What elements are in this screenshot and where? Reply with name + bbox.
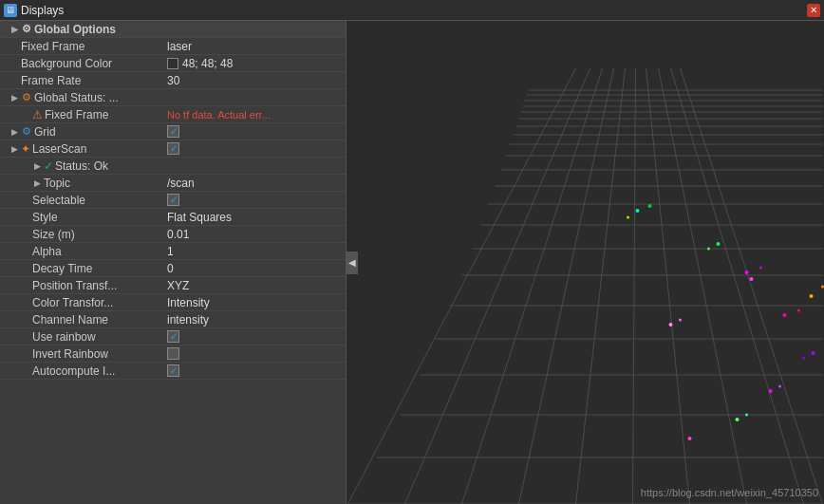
right-panel: ◀	[346, 21, 824, 504]
color-value: Intensity	[163, 296, 346, 309]
color-swatch[interactable]	[167, 58, 178, 69]
svg-point-46	[802, 357, 805, 360]
svg-point-35	[627, 216, 629, 219]
style-label: Style	[0, 211, 163, 224]
status-ok-label: ✓ Status: Ok	[0, 159, 163, 173]
svg-point-39	[783, 313, 787, 317]
position-value: XYZ	[163, 279, 346, 292]
frame-rate-label: Frame Rate	[0, 74, 163, 87]
svg-point-49	[736, 418, 740, 421]
svg-point-38	[750, 277, 754, 281]
svg-point-51	[688, 437, 692, 440]
laserscan-label: ✦ LaserScan	[0, 142, 163, 156]
svg-point-37	[759, 267, 762, 270]
fixed-frame-error-value: No tf data. Actual err...	[163, 109, 306, 121]
grid-row[interactable]: ⚙ Grid	[0, 123, 346, 140]
fixed-frame-row[interactable]: Fixed Frame laser	[0, 38, 346, 55]
collapse-arrow[interactable]: ◀	[346, 252, 358, 274]
svg-point-45	[812, 351, 815, 355]
size-value: 0.01	[163, 228, 346, 241]
invert-rainbow-label: Invert Rainbow	[0, 347, 163, 361]
selectable-value	[163, 194, 346, 206]
autocompute-row[interactable]: Autocompute I...	[0, 363, 346, 380]
svg-point-43	[669, 323, 673, 327]
laserscan-checkbox[interactable]	[167, 142, 179, 155]
global-status-arrow[interactable]	[9, 93, 19, 103]
selectable-row[interactable]: Selectable	[0, 192, 346, 209]
laserscan-row[interactable]: ✦ LaserScan	[0, 140, 346, 158]
watermark: https://blog.csdn.net/weixin_45710350	[641, 487, 818, 498]
autocompute-checkbox[interactable]	[167, 364, 179, 377]
laserscan-arrow[interactable]	[9, 144, 19, 154]
grid-value	[163, 125, 346, 138]
svg-point-36	[745, 271, 749, 274]
displays-icon: 🖥	[4, 4, 17, 17]
grid-arrow[interactable]	[9, 127, 19, 137]
channel-row[interactable]: Channel Name intensity	[0, 311, 346, 328]
color-label: Color Transfor...	[0, 296, 163, 309]
global-options-arrow[interactable]	[9, 25, 19, 34]
fixed-frame-label: Fixed Frame	[0, 40, 163, 53]
invert-rainbow-checkbox[interactable]	[167, 347, 179, 360]
size-label: Size (m)	[0, 228, 163, 241]
selectable-checkbox[interactable]	[167, 194, 179, 206]
grid-checkbox[interactable]	[167, 125, 179, 138]
background-color-label: Background Color	[0, 57, 163, 70]
title-bar-left: 🖥 Displays	[4, 4, 64, 17]
size-row[interactable]: Size (m) 0.01	[0, 226, 346, 243]
left-panel: ⚙ Global Options Fixed Frame laser Backg…	[0, 21, 346, 504]
alpha-value: 1	[163, 245, 346, 258]
svg-point-53	[810, 294, 814, 298]
use-rainbow-row[interactable]: Use rainbow	[0, 328, 346, 345]
laserscan-icon: ✦	[21, 142, 30, 156]
fixed-frame-error-row[interactable]: ⚠ Fixed Frame No tf data. Actual err...	[0, 106, 346, 123]
topic-row[interactable]: Topic /scan	[0, 175, 346, 192]
background-color-value: 48; 48; 48	[163, 57, 346, 70]
channel-label: Channel Name	[0, 313, 163, 327]
svg-point-41	[707, 248, 710, 251]
title-bar-text: Displays	[21, 4, 64, 17]
frame-rate-row[interactable]: Frame Rate 30	[0, 72, 346, 89]
svg-point-47	[769, 389, 773, 393]
decay-row[interactable]: Decay Time 0	[0, 260, 346, 277]
autocompute-value	[163, 364, 346, 377]
svg-point-40	[797, 309, 800, 312]
checkmark-icon: ✓	[44, 159, 53, 173]
use-rainbow-value	[163, 330, 346, 343]
topic-arrow[interactable]	[32, 178, 42, 188]
invert-rainbow-row[interactable]: Invert Rainbow	[0, 345, 346, 363]
status-arrow[interactable]	[32, 161, 42, 171]
use-rainbow-checkbox[interactable]	[167, 330, 179, 343]
alpha-label: Alpha	[0, 245, 163, 258]
use-rainbow-label: Use rainbow	[0, 330, 163, 344]
style-value: Flat Squares	[163, 211, 346, 224]
global-status-label: ⚙ Global Status: ...	[0, 91, 163, 104]
alpha-row[interactable]: Alpha 1	[0, 243, 346, 260]
frame-rate-value: 30	[163, 74, 346, 87]
grid-icon: ⚙	[21, 126, 32, 138]
style-row[interactable]: Style Flat Squares	[0, 209, 346, 226]
laserscan-value	[163, 142, 346, 155]
main-content: ⚙ Global Options Fixed Frame laser Backg…	[0, 21, 824, 504]
autocompute-label: Autocompute I...	[0, 364, 163, 378]
topic-value: /scan	[163, 177, 346, 190]
grid-viewport	[346, 21, 824, 504]
global-options-row[interactable]: ⚙ Global Options	[0, 21, 346, 38]
position-row[interactable]: Position Transf... XYZ	[0, 277, 346, 294]
fixed-frame-value: laser	[163, 40, 346, 53]
global-status-row[interactable]: ⚙ Global Status: ...	[0, 89, 346, 106]
grid-label: ⚙ Grid	[0, 125, 163, 139]
close-button[interactable]: ✕	[807, 4, 820, 17]
color-row[interactable]: Color Transfor... Intensity	[0, 294, 346, 311]
gear-icon: ⚙	[21, 24, 32, 35]
background-color-row[interactable]: Background Color 48; 48; 48	[0, 55, 346, 72]
channel-value: intensity	[163, 313, 346, 327]
title-bar: 🖥 Displays ✕	[0, 0, 824, 21]
invert-rainbow-value	[163, 347, 346, 360]
topic-label: Topic	[0, 177, 163, 190]
svg-point-33	[636, 209, 640, 213]
svg-point-44	[679, 319, 682, 322]
svg-point-34	[648, 204, 652, 208]
svg-point-50	[745, 414, 748, 417]
status-ok-row[interactable]: ✓ Status: Ok	[0, 158, 346, 175]
